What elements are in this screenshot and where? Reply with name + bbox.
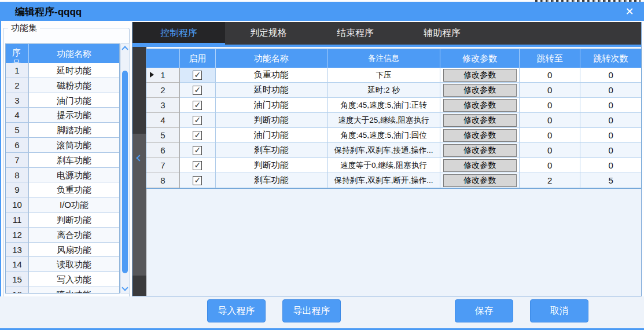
modify-params-button[interactable]: 修改参数 <box>443 84 517 97</box>
modify-params-button[interactable]: 修改参数 <box>443 99 517 112</box>
row-header-cell[interactable]: 8 <box>146 173 180 188</box>
list-item[interactable]: 14读取功能 <box>6 257 119 272</box>
tab-end-program[interactable]: 结束程序 <box>312 22 399 45</box>
table-row: 7判断功能速度等于0,继续,阻塞执行修改参数00 <box>146 158 641 173</box>
main-panel: 控制程序判定规格结束程序辅助程序 启用 功能名称 备注信息 修改参数 跳转至 跳… <box>132 22 642 296</box>
list-item[interactable]: 9负重功能 <box>6 182 119 197</box>
export-program-button[interactable]: 导出程序 <box>282 299 341 322</box>
list-item[interactable]: 16喷水功能 <box>6 287 119 294</box>
grid-header-row: 启用 功能名称 备注信息 修改参数 跳转至 跳转次数 <box>146 49 641 68</box>
list-item[interactable]: 12离合功能 <box>6 228 119 243</box>
modify-params-button[interactable]: 修改参数 <box>443 174 517 187</box>
column-header-jump-count: 跳转次数 <box>580 49 641 68</box>
enable-checkbox[interactable] <box>193 71 202 80</box>
row-header-cell[interactable]: 3 <box>146 98 180 113</box>
enable-checkbox[interactable] <box>193 86 202 95</box>
modify-params-button[interactable]: 修改参数 <box>443 144 517 157</box>
tab-judge-spec[interactable]: 判定规格 <box>225 22 312 45</box>
enable-cell <box>180 98 216 113</box>
enable-checkbox[interactable] <box>193 131 202 140</box>
splitter-handle[interactable] <box>133 134 146 276</box>
window-title: 编辑程序-qqqq <box>15 5 82 19</box>
modify-params-button[interactable]: 修改参数 <box>443 129 517 142</box>
list-item-no: 15 <box>6 272 29 287</box>
row-header-cell[interactable]: 2 <box>146 83 180 98</box>
remark-cell: 角度:45,速度:5,油门:回位 <box>327 128 441 143</box>
modify-params-button[interactable]: 修改参数 <box>443 69 517 82</box>
list-item-name: 判断功能 <box>29 212 119 227</box>
list-item-no: 6 <box>6 138 29 152</box>
scroll-down-icon[interactable] <box>122 284 128 291</box>
row-header-cell[interactable]: 4 <box>146 113 180 128</box>
program-steps-grid: 启用 功能名称 备注信息 修改参数 跳转至 跳转次数 1负重功能下压修改参数00… <box>146 49 642 189</box>
tab-control-program[interactable]: 控制程序 <box>133 22 225 45</box>
list-item[interactable]: 11判断功能 <box>6 212 119 228</box>
modify-params-button[interactable]: 修改参数 <box>443 159 517 172</box>
list-item-no: 12 <box>6 228 29 242</box>
list-item-name: 刹车功能 <box>29 153 119 167</box>
list-item-name: 电源功能 <box>29 168 119 182</box>
table-row: 2延时功能延时:2 秒修改参数00 <box>146 83 641 98</box>
row-header-cell[interactable]: 7 <box>146 158 180 173</box>
list-item[interactable]: 6滚筒功能 <box>6 138 119 153</box>
list-item[interactable]: 13风扇功能 <box>6 243 119 258</box>
jump-count-cell: 0 <box>580 98 641 113</box>
jump-count-cell: 0 <box>580 158 641 173</box>
row-header-cell[interactable]: 6 <box>146 143 180 158</box>
list-item[interactable]: 1延时功能 <box>6 63 119 78</box>
list-item-no: 16 <box>6 287 29 294</box>
cancel-button[interactable]: 取消 <box>530 299 588 322</box>
scrollbar-thumb[interactable] <box>122 71 128 273</box>
collapse-left-icon[interactable] <box>136 155 142 161</box>
import-program-button[interactable]: 导入程序 <box>207 299 266 322</box>
tab-aux-program[interactable]: 辅助程序 <box>399 22 485 45</box>
enable-checkbox[interactable] <box>193 161 202 170</box>
list-item[interactable]: 2磁粉功能 <box>6 78 119 93</box>
list-item[interactable]: 10I/O功能 <box>6 197 119 212</box>
list-item-no: 7 <box>6 153 29 167</box>
list-item[interactable]: 3油门功能 <box>6 93 119 108</box>
function-list-header: 序号 功能名称 <box>6 44 119 63</box>
jump-to-cell: 0 <box>520 68 580 83</box>
function-name-cell: 刹车功能 <box>216 173 327 188</box>
row-header-cell[interactable]: 5 <box>146 128 180 143</box>
enable-checkbox[interactable] <box>193 116 202 125</box>
jump-to-cell: 0 <box>520 158 580 173</box>
modify-cell: 修改参数 <box>440 143 520 158</box>
list-item-name: 读取功能 <box>29 257 119 272</box>
list-item[interactable]: 7刹车功能 <box>6 153 119 168</box>
list-item-name: 油门功能 <box>29 93 119 108</box>
jump-count-cell: 0 <box>580 83 641 98</box>
scroll-up-icon[interactable] <box>122 46 128 52</box>
modify-cell: 修改参数 <box>440 158 520 173</box>
table-row: 4判断功能速度大于25,继续,阻塞执行修改参数00 <box>146 113 641 128</box>
list-item-name: 风扇功能 <box>29 243 119 257</box>
close-icon[interactable]: ✕ <box>622 4 637 19</box>
list-item[interactable]: 15写入功能 <box>6 272 119 287</box>
jump-to-cell: 0 <box>520 128 580 143</box>
table-row: 8刹车功能保持刹车,双刹车,断开,操作...修改参数25 <box>146 173 641 188</box>
list-item[interactable]: 8电源功能 <box>6 168 119 183</box>
list-item-name: 延时功能 <box>29 63 119 78</box>
list-item[interactable]: 5脚踏功能 <box>6 123 119 138</box>
row-header-cell[interactable]: 1 <box>146 68 180 83</box>
remark-cell: 角度:45,速度:5,油门:正转 <box>327 98 441 113</box>
list-item[interactable]: 4提示功能 <box>6 108 119 123</box>
column-header-enable: 启用 <box>180 49 216 68</box>
enable-checkbox[interactable] <box>193 101 202 110</box>
save-button[interactable]: 保存 <box>455 299 513 322</box>
title-bar[interactable]: 编辑程序-qqqq ✕ <box>0 2 644 21</box>
jump-count-cell: 0 <box>580 68 641 83</box>
jump-count-cell: 5 <box>580 173 641 188</box>
enable-cell <box>180 143 216 158</box>
jump-to-cell: 0 <box>520 113 580 128</box>
modify-params-button[interactable]: 修改参数 <box>443 114 517 127</box>
enable-checkbox[interactable] <box>193 176 202 185</box>
modify-cell: 修改参数 <box>440 113 520 128</box>
function-list-scrollbar[interactable] <box>120 43 130 294</box>
list-item-no: 8 <box>6 168 29 182</box>
list-item-name: 负重功能 <box>29 182 119 197</box>
enable-checkbox[interactable] <box>193 146 202 155</box>
jump-count-cell: 0 <box>580 143 641 158</box>
sidebar-splitter[interactable] <box>133 47 146 296</box>
